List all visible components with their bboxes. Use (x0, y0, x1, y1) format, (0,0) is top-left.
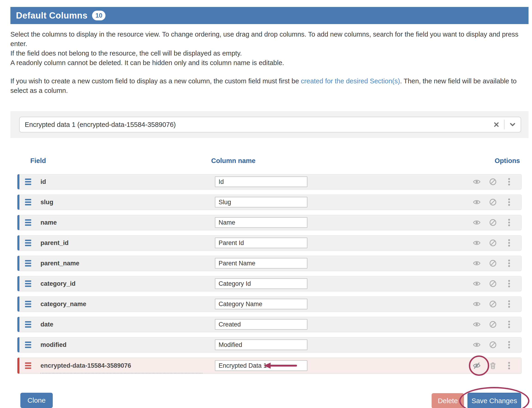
row-menu-button[interactable] (505, 361, 513, 370)
delete-column-button[interactable] (489, 362, 497, 370)
field-select[interactable] (19, 117, 521, 132)
row-menu-button[interactable] (505, 178, 513, 186)
intro-line-3: A readonly column cannot be deleted. It … (10, 58, 529, 68)
kebab-menu-icon (507, 280, 511, 288)
column-name-input[interactable] (215, 278, 307, 289)
column-name-input[interactable] (215, 340, 307, 350)
table-row: parent_name (17, 256, 522, 271)
field-name-label: parent_id (41, 239, 69, 246)
ban-icon (489, 178, 497, 186)
section-header: Default Columns 10 (10, 7, 529, 24)
field-select-input[interactable] (25, 121, 493, 128)
row-menu-button[interactable] (505, 280, 513, 288)
clone-button[interactable]: Clone (20, 393, 53, 408)
drag-handle-icon[interactable] (25, 240, 31, 246)
header-column-name: Column name (211, 157, 256, 165)
visibility-toggle-button[interactable] (473, 259, 481, 267)
field-name-label: parent_name (41, 260, 79, 267)
drag-handle-icon[interactable] (25, 199, 31, 205)
column-name-input[interactable] (215, 258, 307, 269)
eye-icon (473, 219, 481, 226)
visibility-toggle-button[interactable] (473, 362, 481, 370)
x-clear-icon (493, 121, 500, 128)
column-name-input[interactable] (215, 197, 307, 207)
delete-button[interactable]: Delete (432, 393, 464, 408)
drag-handle-icon[interactable] (25, 219, 31, 226)
ban-icon (489, 321, 497, 328)
ban-icon (489, 341, 497, 349)
drag-handle-icon[interactable] (25, 341, 31, 348)
readonly-button[interactable] (489, 259, 497, 267)
ban-icon (489, 280, 497, 288)
kebab-menu-icon (507, 218, 511, 227)
ban-icon (489, 219, 497, 226)
column-name-input[interactable] (215, 319, 307, 330)
custom-field-link[interactable]: created for the desired Section(s) (301, 77, 400, 85)
row-menu-button[interactable] (505, 320, 513, 329)
column-name-input[interactable] (215, 360, 307, 371)
visibility-toggle-button[interactable] (473, 300, 481, 308)
visibility-toggle-button[interactable] (473, 219, 481, 226)
eye-icon (473, 280, 481, 288)
drag-handle-icon[interactable] (25, 178, 31, 185)
readonly-button[interactable] (489, 280, 497, 288)
column-name-input[interactable] (215, 238, 307, 248)
intro-paragraph-2: If you wish to create a new custom field… (10, 76, 529, 95)
readonly-button[interactable] (489, 198, 497, 206)
header-field: Field (30, 157, 46, 165)
visibility-toggle-button[interactable] (473, 280, 481, 288)
eye-icon (473, 300, 481, 308)
readonly-button[interactable] (489, 321, 497, 328)
visibility-toggle-button[interactable] (473, 321, 481, 328)
default-columns-page: Default Columns 10 Select the columns to… (0, 0, 532, 408)
row-menu-button[interactable] (505, 341, 513, 349)
table-row-encrypted-data: encrypted-data-15584-3589076 (17, 357, 522, 374)
drag-handle-icon[interactable] (25, 362, 31, 369)
readonly-button[interactable] (489, 178, 497, 186)
field-name-label: name (41, 219, 57, 226)
ban-icon (489, 259, 497, 267)
column-name-input[interactable] (215, 299, 307, 309)
footer-actions: Clone Delete Save Changes (10, 393, 529, 408)
drag-handle-icon[interactable] (25, 301, 31, 307)
eye-icon (473, 178, 481, 186)
column-name-input[interactable] (215, 177, 307, 187)
drag-handle-icon[interactable] (25, 260, 31, 266)
row-menu-button[interactable] (505, 259, 513, 267)
field-search-panel (10, 111, 529, 138)
field-name-label: id (41, 178, 46, 186)
field-name-label: encrypted-data-15584-3589076 (41, 362, 202, 369)
header-options: Options (495, 157, 520, 165)
table-row: id (17, 174, 522, 189)
kebab-menu-icon (507, 341, 511, 349)
ban-icon (489, 300, 497, 308)
visibility-toggle-button[interactable] (473, 341, 481, 349)
kebab-menu-icon (507, 320, 511, 329)
readonly-button[interactable] (489, 239, 497, 247)
clear-selection-button[interactable] (493, 121, 500, 128)
table-row: slug (17, 195, 522, 210)
field-name-label: category_name (41, 301, 86, 308)
trash-icon (489, 362, 497, 370)
row-menu-button[interactable] (505, 198, 513, 206)
column-name-input[interactable] (215, 217, 307, 228)
readonly-button[interactable] (489, 300, 497, 308)
row-menu-button[interactable] (505, 239, 513, 247)
drag-handle-icon[interactable] (25, 280, 31, 287)
page-title: Default Columns (16, 11, 87, 21)
kebab-menu-icon (507, 361, 511, 370)
table-row: category_name (17, 296, 522, 312)
visibility-toggle-button[interactable] (473, 239, 481, 247)
eye-icon (473, 259, 481, 267)
row-menu-button[interactable] (505, 300, 513, 308)
visibility-toggle-button[interactable] (473, 178, 481, 186)
readonly-button[interactable] (489, 341, 497, 349)
field-name-label: category_id (41, 280, 76, 287)
readonly-button[interactable] (489, 219, 497, 226)
visibility-toggle-button[interactable] (473, 198, 481, 206)
drag-handle-icon[interactable] (25, 321, 31, 328)
dropdown-toggle-button[interactable] (509, 121, 516, 128)
row-menu-button[interactable] (505, 218, 513, 227)
chevron-down-icon (509, 121, 516, 128)
save-changes-button[interactable]: Save Changes (467, 393, 521, 408)
